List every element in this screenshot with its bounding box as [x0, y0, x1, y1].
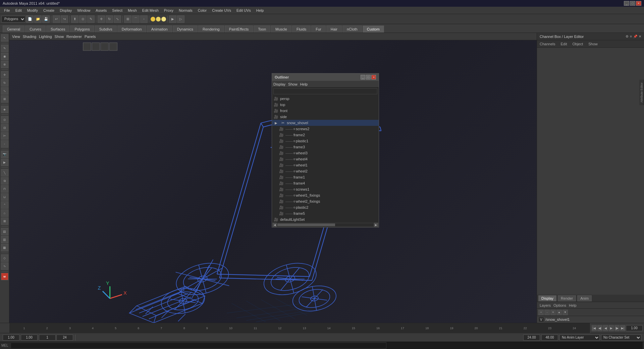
paint-btn[interactable]: ✎ — [87, 15, 95, 23]
timeline-ruler[interactable]: 1 2 3 4 5 6 7 8 9 10 11 12 13 14 15 16 1… — [9, 323, 590, 333]
display-layer-tab[interactable]: Display — [538, 295, 556, 301]
outliner-search-input[interactable] — [273, 88, 377, 94]
tab-animation[interactable]: Animation — [147, 26, 172, 33]
scale-btn[interactable]: ⤡ — [114, 15, 121, 23]
menu-edit-uvs[interactable]: Edit UVs — [234, 8, 254, 13]
menu-proxy[interactable]: Proxy — [161, 8, 176, 13]
poly-extrude-btn[interactable]: ⧉ — [1, 177, 8, 185]
channel-box-left-btn[interactable]: ▥ — [1, 236, 8, 243]
outliner-minimize-btn[interactable]: _ — [361, 75, 365, 80]
panels-menu[interactable]: Panels — [85, 35, 96, 39]
outliner-maximize-btn[interactable]: □ — [366, 75, 371, 80]
show-menu[interactable]: Show — [55, 35, 64, 39]
show-tab[interactable]: Show — [588, 42, 598, 46]
render-btn[interactable]: ▶ — [169, 15, 176, 23]
poly-tool-btn[interactable]: ⊠ — [1, 217, 8, 225]
menu-create[interactable]: Create — [41, 8, 57, 13]
tab-fluids[interactable]: Fluids — [292, 26, 311, 33]
outliner-item-snow-shovel[interactable]: ▶ ✂ snow_shovel — [272, 120, 379, 126]
select-tool-btn[interactable]: ↖ — [1, 34, 8, 42]
layer-editor-btn[interactable]: ▤ — [1, 228, 8, 235]
frame-start-field[interactable] — [39, 335, 56, 341]
layer-help-menu[interactable]: Help — [569, 303, 577, 307]
snap-point-btn[interactable]: ◦ — [140, 15, 148, 23]
snap-point-left-btn[interactable]: ◦ — [1, 140, 8, 148]
outliner-titlebar[interactable]: Outliner _ □ ✕ — [272, 73, 379, 81]
channel-box-pin-btn[interactable]: 📌 — [633, 35, 637, 38]
anim-end-input[interactable] — [541, 335, 558, 341]
lighting-menu[interactable]: Lighting — [39, 35, 52, 39]
outliner-scroll-left[interactable]: ◀ — [273, 223, 277, 227]
outliner-item-frame5[interactable]: 🎥 —— frame5 — [272, 210, 379, 216]
outliner-item-wheel1[interactable]: 🎥 —— o wheel1 — [272, 162, 379, 168]
attribute-editor-side-tab[interactable]: Attribute Editor — [639, 80, 644, 105]
outliner-item-frame4[interactable]: 🎥 —— frame4 — [272, 180, 379, 186]
menu-mesh[interactable]: Mesh — [125, 8, 140, 13]
play-forward-btn[interactable]: ▶ — [609, 325, 614, 331]
go-start-btn[interactable]: |◀ — [592, 325, 597, 331]
menu-create-uvs[interactable]: Create UVs — [209, 8, 234, 13]
outliner-item-plastic1[interactable]: 🎥 —— o plastic1 — [272, 138, 379, 144]
channels-tab[interactable]: Channels — [540, 42, 555, 46]
tab-rendering[interactable]: Rendering — [198, 26, 224, 33]
menu-file[interactable]: File — [1, 8, 13, 13]
go-end-btn[interactable]: ▶| — [620, 325, 625, 331]
view-menu[interactable]: View — [12, 35, 20, 39]
outliner-item-frame2[interactable]: 🎥 —— frame2 — [272, 132, 379, 138]
menu-modify[interactable]: Modify — [24, 8, 41, 13]
menu-assets[interactable]: Assets — [93, 8, 109, 13]
outliner-item-persp[interactable]: 🎥 persp — [272, 96, 379, 102]
snap-edge-btn[interactable]: ⊢ — [1, 132, 8, 140]
maya-logo-btn[interactable]: M — [1, 273, 8, 280]
outliner-item-wheel2[interactable]: 🎥 —— o wheel2 — [272, 168, 379, 174]
render-left-btn[interactable]: ▶ — [1, 159, 8, 166]
outliner-item-wheel4[interactable]: 🎥 —— o wheel4 — [272, 156, 379, 162]
snap-curve-btn[interactable]: ⌒ — [132, 15, 140, 23]
step-forward-btn[interactable]: |▶ — [614, 325, 620, 331]
tab-deformation[interactable]: Deformation — [117, 26, 146, 33]
tab-ncloth[interactable]: nCloth — [342, 26, 362, 33]
layer-visibility-btn[interactable]: V — [538, 317, 544, 322]
snap-grid-btn[interactable]: ⊞ — [124, 15, 131, 23]
tab-polygons[interactable]: Polygons — [70, 26, 94, 33]
save-scene-btn[interactable]: 💾 — [42, 15, 50, 23]
object-tab[interactable]: Object — [572, 42, 583, 46]
yellow-light-btn[interactable] — [151, 17, 155, 21]
character-set-select[interactable]: No Character Set — [601, 335, 641, 341]
soft-select-btn[interactable]: ⊕ — [1, 61, 8, 68]
outliner-scroll-track[interactable] — [277, 223, 373, 226]
outliner-item-plastic2[interactable]: 🎥 —— o plastic2 — [272, 204, 379, 210]
tab-general[interactable]: General — [3, 26, 24, 33]
undo-btn[interactable]: ↩ — [53, 15, 60, 23]
outliner-item-frame3[interactable]: 🎥 —— frame3 — [272, 144, 379, 150]
tab-curves[interactable]: Curves — [25, 26, 46, 33]
snap-live-btn[interactable]: ⊙ — [1, 116, 8, 123]
poly-bridge-btn[interactable]: ⊓ — [1, 185, 8, 193]
outliner-close-btn[interactable]: ✕ — [371, 75, 376, 80]
current-time-input[interactable] — [626, 325, 643, 331]
outliner-show-menu[interactable]: Show — [288, 82, 298, 86]
outliner-item-side[interactable]: 🎥 side — [272, 114, 379, 120]
render-layer-tab[interactable]: Render — [558, 295, 576, 301]
step-back-btn[interactable]: ◀| — [597, 325, 602, 331]
poly-split-btn[interactable]: ╲ — [1, 169, 8, 177]
move-btn[interactable]: ✛ — [98, 15, 105, 23]
layer-move-down-btn[interactable]: ▼ — [562, 310, 568, 315]
delete-layer-btn[interactable]: - — [544, 310, 550, 315]
layer-options-btn[interactable]: ≡ — [550, 310, 556, 315]
minimize-button[interactable]: _ — [624, 1, 629, 6]
tab-painteffects[interactable]: PaintEffects — [225, 26, 253, 33]
attr-editor-btn[interactable]: ▦ — [1, 244, 8, 251]
outliner-item-wheel3[interactable]: 🎥 —— o wheel3 — [272, 150, 379, 156]
mel-input[interactable] — [11, 343, 386, 348]
universal-manip-btn[interactable]: ⊞ — [1, 95, 8, 103]
maximize-button[interactable]: □ — [630, 1, 635, 6]
sculpt-btn[interactable]: ◉ — [1, 53, 8, 60]
rotate-tool-btn[interactable]: ↻ — [1, 79, 8, 87]
rotate-btn[interactable]: ↻ — [106, 15, 113, 23]
anim-start-input[interactable] — [523, 335, 540, 341]
outliner-display-menu[interactable]: Display — [273, 82, 285, 86]
scale-tool-btn[interactable]: ⤡ — [1, 87, 8, 95]
poly-bevel-btn[interactable]: ⌃ — [1, 201, 8, 209]
tab-hair[interactable]: Hair — [326, 26, 342, 33]
